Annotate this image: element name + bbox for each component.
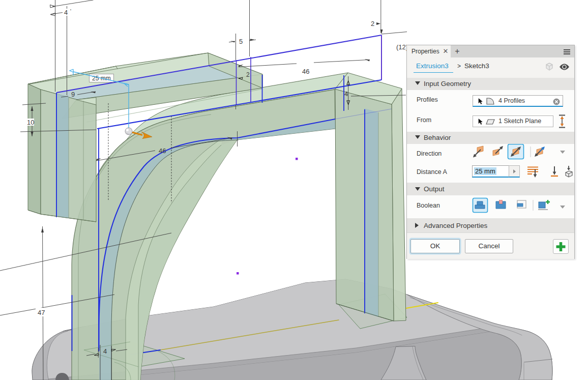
svg-text:4: 4 [103,347,107,355]
svg-text:46: 46 [159,147,166,155]
svg-text:47: 47 [38,309,45,316]
svg-text:46: 46 [302,68,309,75]
svg-text:': ' [70,9,71,14]
svg-text:4: 4 [64,9,68,16]
svg-text:4: 4 [344,90,348,98]
svg-text:9: 9 [71,91,75,98]
svg-text:2: 2 [246,71,250,78]
svg-text:10: 10 [27,119,34,126]
svg-text:5: 5 [239,38,243,45]
svg-text:2: 2 [371,20,374,27]
